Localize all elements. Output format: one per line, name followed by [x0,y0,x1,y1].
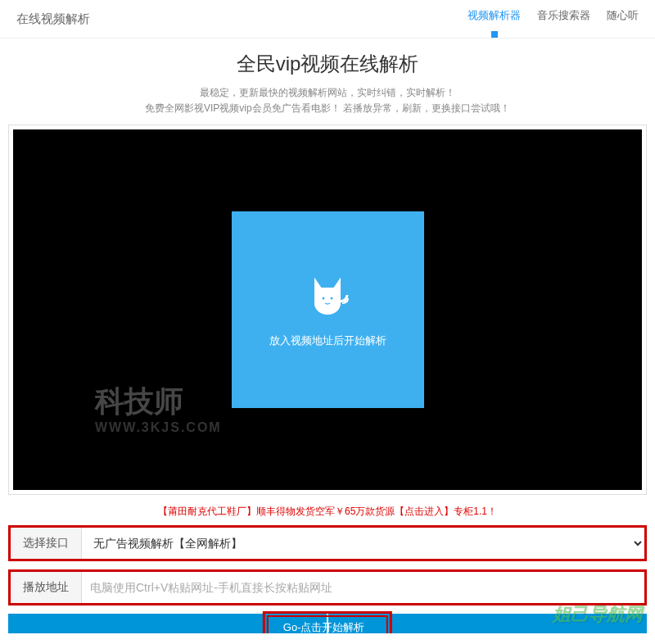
nav-video-parser[interactable]: 视频解析器 [468,8,521,29]
page-subtitle: 最稳定，更新最快的视频解析网站，实时纠错，实时解析！ 免费全网影视VIP视频vi… [0,85,655,116]
nav-random-listen[interactable]: 随心听 [607,8,639,29]
go-button-highlight[interactable]: Go-点击开始解析 [267,615,388,633]
svg-point-2 [331,297,333,299]
watermark-main: 科技师 WWW.3KJS.COM [95,383,222,434]
page-title: 全民vip视频在线解析 [0,51,655,77]
url-input-row: 播放地址 [8,569,647,605]
player-placeholder: 放入视频地址后开始解析 [232,211,424,408]
brand-title: 在线视频解析 [16,11,90,27]
video-player[interactable]: 放入视频地址后开始解析 科技师 WWW.3KJS.COM [13,129,642,490]
interface-select-label: 选择接口 [11,528,82,559]
interface-select[interactable]: 无广告视频解析【全网解析】 [82,528,644,559]
url-input-label: 播放地址 [11,572,82,603]
subtitle-line-2: 免费全网影视VIP视频vip会员免广告看电影！ 若播放异常，刷新，更换接口尝试哦… [0,101,655,116]
highlighted-button-overlay: Go-点击开始解析 New-点击全屏解析 [263,611,392,633]
nav-music-search[interactable]: 音乐搜索器 [537,8,590,29]
svg-point-0 [314,292,341,315]
player-container: 放入视频地址后开始解析 科技师 WWW.3KJS.COM [8,125,647,495]
subtitle-line-1: 最稳定，更新最快的视频解析网站，实时纠错，实时解析！ [0,85,655,101]
main-nav: 视频解析器 音乐搜索器 随心听 [468,8,639,29]
url-input[interactable] [82,572,644,603]
player-hint-text: 放入视频地址后开始解析 [269,333,386,348]
ad-banner-text[interactable]: 【莆田耐克代工鞋厂】顺丰得物发货空军￥65万款货源【点击进入】专柜1.1！ [0,505,655,519]
cat-icon [303,272,352,321]
interface-select-row: 选择接口 无广告视频解析【全网解析】 [8,525,647,561]
svg-point-1 [323,297,325,299]
